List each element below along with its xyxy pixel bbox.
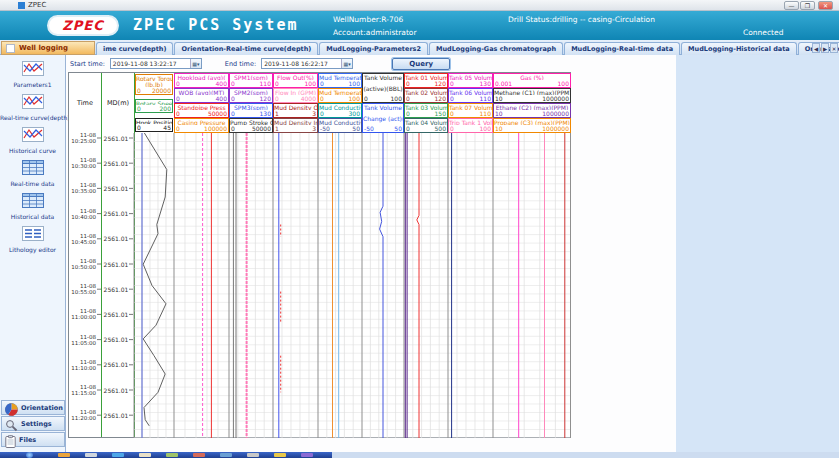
sidebar-item-real-time-curve-depth[interactable]: Real-time curve(depth) [0,94,65,121]
taskbar-icon[interactable] [166,453,178,457]
taskbar-icon[interactable] [301,453,313,457]
curve-header-propane-c3-max-ppm: Propane (C3) (max)(PPM)101000000 [493,118,571,133]
tab-close-icon[interactable]: ✕ [830,43,838,53]
curve-header-casing-pressure: Casing Pressure0100000 [174,118,229,133]
query-button[interactable]: Query [392,58,450,70]
calendar-dropdown-icon[interactable]: ▦▾ [190,59,201,68]
end-time-input[interactable]: 2019-11-08 16:22:17 ▦▾ [261,58,353,69]
taskbar-open-window[interactable] [332,452,839,458]
md-label: 2561.01 [103,361,129,368]
tab-mudlogging-gas-chromatograph[interactable]: MudLogging-Gas chromatograph [429,42,563,55]
curve-max: 400 [216,80,227,87]
curve-icon [0,127,65,146]
curve-range: 045 [136,124,172,131]
time-label: 11-0810:50:00 [71,258,96,270]
os-taskbar[interactable] [0,452,839,458]
tab-mudlogging-historical-data[interactable]: MudLogging-Historical data [681,42,797,55]
curve-header-tank-06-volume: Tank 06 Volume0110 [448,88,493,103]
plot-grid-svg [69,133,571,438]
well-logging-icon [6,44,15,53]
md-label: 2561.01 [103,261,129,268]
curve-range: 0400 [175,95,228,102]
tab-mudlogging-real-time-data[interactable]: MudLogging-Real-time data [564,42,680,55]
curve-header-tank-04-volume: Tank 04 Volume0500 [404,118,448,133]
sidebar-item-historical-data[interactable]: Historical data [0,193,65,220]
curve-range: 0100 [319,80,361,87]
curve-range: 050000 [175,110,228,117]
tab-scroll-right-icon[interactable]: ▶ [821,43,829,53]
curve-header-methane-c1-max-ppm: Methane (C1) (max)(PPM)101000000 [493,88,571,103]
curve-min: 0 [231,95,235,102]
curve-min: 0 [450,95,454,102]
tab-mudlogging-parameters2[interactable]: MudLogging-Parameters2 [319,42,428,55]
curve-max: 110 [480,110,491,117]
taskbar-icon[interactable] [220,453,232,457]
start-orb-icon[interactable] [26,452,33,458]
start-time-input[interactable]: 2019-11-08 13:22:17 ▦▾ [110,58,202,69]
files-button[interactable]: Files [1,432,65,447]
curve-max: 100 [349,80,360,87]
curve-range: 13 [274,125,317,132]
taskbar-icon[interactable] [274,453,286,457]
files-icon [5,433,16,446]
close-button[interactable]: ✕ [818,1,833,10]
well-logging-button[interactable]: Well logging [1,41,95,55]
taskbar-icon[interactable] [139,453,151,457]
curve-header-standpipe-press: Standpipe Press050000 [174,103,229,118]
sidebar-item-label: Lithology editor [0,246,65,253]
time-label: 11-0811:15:00 [71,384,96,396]
app-header: ZPEC ZPEC PCS System WellNumber:R-706 Ac… [0,11,839,40]
settings-button[interactable]: Settings [1,416,65,431]
tab-scroll-left-icon[interactable]: ◀ [812,43,820,53]
sidebar-item-real-time-data[interactable]: Real-time data [0,160,65,187]
sidebar-item-parameters1[interactable]: Parameters1 [0,61,65,88]
calendar-dropdown-icon[interactable]: ▦▾ [341,59,352,68]
query-toolbar: Start time: 2019-11-08 13:22:17 ▦▾ End t… [70,56,630,71]
sidebar-item-historical-curve[interactable]: Historical curve [0,127,65,154]
curve-range: 050000 [230,125,272,132]
curve-range: 101000000 [494,125,570,132]
curve-header-tank-05-volume: Tank 05 Volume0130 [448,73,493,88]
curve-min: 0 [406,125,410,132]
taskbar-icon[interactable] [112,453,124,457]
taskbar-icon[interactable] [85,453,97,457]
curve-header-hook-position-m: Hook Position(m)045 [135,118,173,132]
curve-max: 500 [435,125,446,132]
curve-max: 50000 [252,125,271,132]
curve-name: Tank Volume [363,74,403,85]
orientation-button[interactable]: Orientation [1,400,65,415]
tab-ime-curve-depth[interactable]: ime curve(depth) [96,42,173,55]
time-label: 11-0811:10:00 [71,359,96,371]
zpec-logo-text: ZPEC [62,18,103,33]
taskbar-icon[interactable] [193,453,205,457]
curve-max: 100 [305,80,316,87]
curve-min: 0 [137,105,141,112]
md-label: 2561.01 [103,412,129,419]
taskbar-icon[interactable] [247,453,259,457]
curve-range: 0100 [274,80,317,87]
curve-header-mud-temperatu: Mud Temperatu0100 [318,73,362,88]
curve-max: 3 [312,110,316,117]
curve-min: 0 [406,110,410,117]
os-titlebar: ZPEC — ❐ ✕ [0,0,839,11]
app-title: ZPEC PCS System [133,16,298,34]
taskbar-icon[interactable] [58,453,70,457]
curve-range: 0120 [405,80,447,87]
minimize-button[interactable]: — [784,1,799,10]
sidebar-item-label: Parameters1 [0,81,65,88]
curve-max: 100 [480,125,491,132]
maximize-button[interactable]: ❐ [800,1,815,10]
curve-min: 0 [364,95,368,102]
curve-header-spm3-spm: SPM3(spm)0130 [229,103,273,118]
curve-header-trip-tank-1-vol: Trip Tank 1 Vol0100 [448,118,493,133]
curve-header-mud-conductivi: Mud Conductivi0300 [318,103,362,118]
drill-status: Drill Status:drilling -- casing-Circulat… [508,15,655,24]
curve-min: 0 [275,95,279,102]
table-icon [0,160,65,179]
time-label: 11-0810:35:00 [71,182,96,194]
curve-header-rotary-speed-rpm: Rotary Speed(rpm)0200 [135,99,173,113]
tab-orientation-real-time-curve-depth[interactable]: Orientation-Real-time curve(depth) [174,42,318,55]
sidebar-item-lithology-editor[interactable]: Lithology editor [0,226,65,253]
curve-header-gas: Gas (%)0.001100 [493,73,571,88]
curve-max: 20000 [152,87,171,94]
